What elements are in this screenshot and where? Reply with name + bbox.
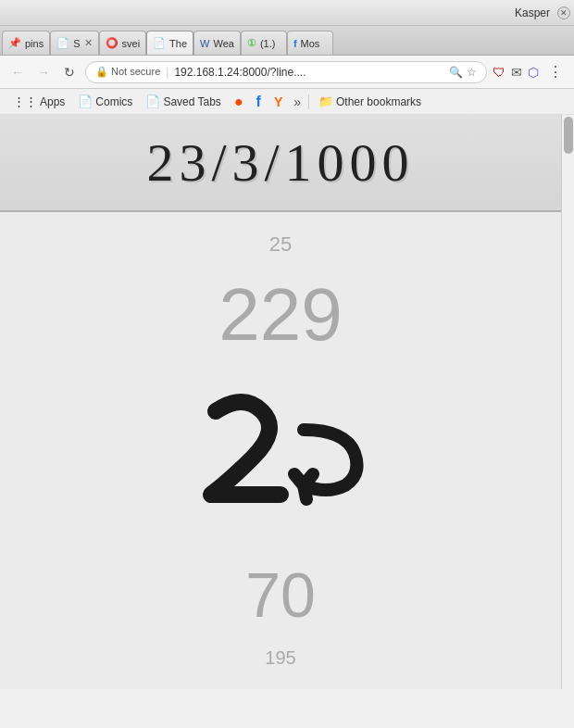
doc-icon-s: 📄 <box>56 37 69 49</box>
mail-icon[interactable]: ✉ <box>511 65 522 80</box>
saved-tabs-icon: 📄 <box>145 94 160 108</box>
bookmark-comics[interactable]: 📄 Comics <box>72 93 138 110</box>
header-display: 23/3/1000 <box>0 115 561 212</box>
bookmark-reddit[interactable]: ● <box>229 92 249 112</box>
security-label: 🔒 Not secure <box>95 66 160 78</box>
folder-icon: 📁 <box>318 94 333 108</box>
tab-ext1[interactable]: ① (1.) <box>241 31 287 55</box>
bookmark-y[interactable]: Y <box>268 93 288 111</box>
tab-close-s[interactable]: ✕ <box>84 37 93 49</box>
reddit-icon: ● <box>234 94 243 110</box>
facebook-icon: f <box>256 94 261 110</box>
word-icon: W <box>200 38 209 49</box>
fb-icon: f <box>293 38 297 49</box>
star-icon[interactable]: ☆ <box>467 66 477 79</box>
main-content: 23/3/1000 25 229 70 195 <box>0 115 574 689</box>
badge-icon-green: ① <box>247 37 256 49</box>
pin-icon: 📌 <box>8 37 21 49</box>
number-25: 25 <box>269 232 292 257</box>
addressbar: ← → ↻ 🔒 Not secure | 192.168.1.24:8000/?… <box>0 56 574 89</box>
header-number: 23/3/1000 <box>146 132 414 194</box>
titlebar-user: Kasper <box>515 6 550 19</box>
bookmark-apps[interactable]: ⋮⋮ Apps <box>7 93 70 110</box>
bookmarks-more-button[interactable]: » <box>290 93 305 111</box>
tabbar: 📌 pins 📄 S ✕ ⭕ svei 📄 The W Wea ① (1.) f… <box>0 26 574 56</box>
hand-drawn-svg <box>160 374 401 541</box>
tab-mos[interactable]: f Mos <box>287 31 333 55</box>
number-70: 70 <box>245 563 316 626</box>
bookmark-other[interactable]: 📁 Other bookmarks <box>313 93 427 110</box>
comics-icon: 📄 <box>78 94 93 108</box>
bookmark-separator <box>308 94 309 109</box>
search-icon[interactable]: 🔍 <box>449 66 463 79</box>
doc-icon-the: 📄 <box>153 37 166 49</box>
content-inner: 23/3/1000 25 229 70 195 <box>0 115 574 689</box>
address-icons: 🔍 ☆ <box>449 66 477 79</box>
ycombinator-icon: Y <box>274 94 282 109</box>
numbers-section: 25 229 70 195 <box>0 212 561 689</box>
address-box[interactable]: 🔒 Not secure | 192.168.1.24:8000/?line..… <box>85 61 487 83</box>
tab-svelte[interactable]: ⭕ svei <box>99 31 147 55</box>
scrollbar[interactable] <box>561 115 574 689</box>
hand-drawn-number <box>160 374 401 541</box>
tab-wea[interactable]: W Wea <box>193 31 241 55</box>
tab-s[interactable]: 📄 S ✕ <box>50 31 98 55</box>
titlebar: Kasper ✕ <box>0 0 574 26</box>
bookmark-fb[interactable]: f <box>251 92 267 112</box>
bookmarkbar: ⋮⋮ Apps 📄 Comics 📄 Saved Tabs ● f Y » 📁 … <box>0 89 574 115</box>
reload-button[interactable]: ↻ <box>59 62 80 82</box>
menu-button[interactable]: ⋮ <box>544 63 567 81</box>
url-display: 192.168.1.24:8000/?line.... <box>174 66 445 79</box>
close-button[interactable]: ✕ <box>557 6 570 19</box>
number-195: 195 <box>265 647 295 669</box>
bitwarden-icon[interactable]: 🛡 <box>493 65 505 80</box>
proton-icon[interactable]: ⬡ <box>528 65 539 80</box>
scroll-thumb[interactable] <box>564 117 573 154</box>
tab-pins[interactable]: 📌 pins <box>2 31 50 55</box>
back-button[interactable]: ← <box>7 62 28 82</box>
apps-grid-icon: ⋮⋮ <box>13 94 37 108</box>
number-229: 229 <box>218 278 342 352</box>
bookmark-saved-tabs[interactable]: 📄 Saved Tabs <box>140 93 227 110</box>
forward-button[interactable]: → <box>33 62 54 82</box>
github-icon: ⭕ <box>106 37 119 49</box>
tab-the[interactable]: 📄 The <box>146 31 193 55</box>
